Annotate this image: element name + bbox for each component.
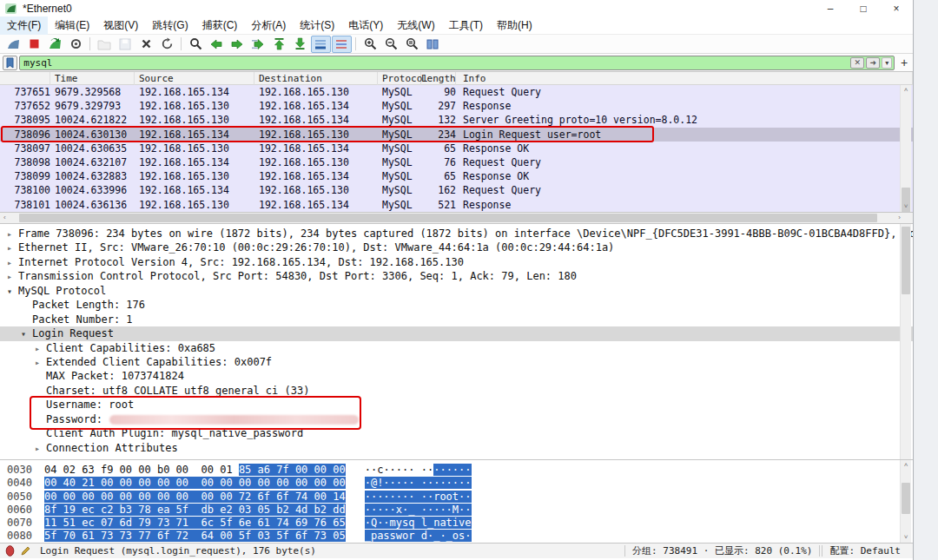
collapse-icon[interactable]: ▾ bbox=[21, 327, 32, 341]
scrollbar-thumb[interactable] bbox=[19, 214, 877, 222]
column-header-Info[interactable]: Info bbox=[456, 72, 913, 85]
detail-line[interactable]: ▾MySQL Protocol bbox=[0, 284, 913, 298]
close-button[interactable]: × bbox=[880, 0, 913, 17]
start-capture-button[interactable] bbox=[3, 36, 23, 53]
expand-icon[interactable]: ▸ bbox=[35, 342, 46, 356]
detail-scrollbar[interactable] bbox=[900, 224, 911, 459]
scroll-down-icon[interactable]: ˅ bbox=[901, 532, 911, 543]
scrollbar-thumb[interactable] bbox=[902, 227, 910, 294]
detail-line[interactable]: MAX Packet: 1073741824 bbox=[0, 369, 913, 383]
scrollbar-thumb[interactable] bbox=[902, 483, 910, 514]
scroll-up-icon[interactable]: ˄ bbox=[901, 85, 911, 96]
scroll-up-icon[interactable]: ˄ bbox=[901, 460, 911, 471]
find-packet-button[interactable] bbox=[186, 36, 206, 53]
go-last-button[interactable] bbox=[290, 36, 310, 53]
scroll-left-icon[interactable]: ‹ bbox=[3, 214, 6, 221]
filter-add-button[interactable]: + bbox=[898, 56, 910, 70]
expand-icon[interactable]: ▸ bbox=[35, 442, 46, 456]
filter-clear-icon[interactable]: ✕ bbox=[850, 57, 864, 69]
go-back-button[interactable] bbox=[207, 36, 227, 53]
horizontal-scrollbar[interactable]: ‹ › bbox=[0, 213, 913, 224]
detail-line[interactable]: ▸Extended Client Capabilities: 0x007f bbox=[0, 355, 913, 369]
stop-capture-button[interactable] bbox=[24, 36, 44, 53]
menu-item-2[interactable]: 视图(V) bbox=[96, 16, 145, 35]
filter-bookmark-button[interactable] bbox=[3, 56, 17, 70]
packet-row[interactable]: 73809810024.632107192.168.165.134192.168… bbox=[0, 155, 913, 169]
detail-line[interactable]: ▸Client Capabilities: 0xa685 bbox=[0, 341, 913, 355]
packet-row[interactable]: 7376529679.329793192.168.165.130192.168.… bbox=[0, 99, 913, 113]
go-forward-button[interactable] bbox=[228, 36, 248, 53]
scroll-down-icon[interactable]: ˅ bbox=[901, 201, 911, 212]
detail-line[interactable]: Username: root bbox=[0, 398, 913, 412]
detail-line[interactable]: Password: bbox=[0, 412, 913, 426]
resize-columns-button[interactable] bbox=[423, 36, 443, 53]
colorize-button[interactable] bbox=[332, 36, 352, 53]
detail-line[interactable]: Client Auth Plugin: mysql_native_passwor… bbox=[0, 426, 913, 440]
hex-row[interactable]: 005000 00 00 00 00 00 00 00 00 00 72 6f … bbox=[0, 491, 913, 504]
hex-scrollbar[interactable]: ˄ ˅ bbox=[900, 460, 911, 543]
column-header-Time[interactable]: Time bbox=[50, 72, 135, 85]
scroll-right-icon[interactable]: › bbox=[898, 214, 901, 221]
zoom-in-button[interactable] bbox=[360, 36, 380, 53]
detail-line[interactable]: ▾Login Request bbox=[0, 326, 913, 340]
hex-row[interactable]: 003004 02 63 f9 00 00 b0 00 00 01 85 a6 … bbox=[0, 464, 913, 477]
expert-info-icon[interactable] bbox=[5, 545, 15, 557]
capture-comment-icon[interactable] bbox=[20, 545, 31, 557]
profile-label[interactable]: 配置: Default bbox=[829, 544, 901, 557]
menu-item-1[interactable]: 编辑(E) bbox=[48, 16, 96, 35]
reload-button[interactable] bbox=[157, 36, 177, 53]
filter-apply-icon[interactable]: ➜ bbox=[866, 57, 880, 69]
column-header-Length[interactable]: Length bbox=[421, 72, 456, 85]
hex-row[interactable]: 00608f 19 ec c2 b3 78 ea 5f db e2 03 05 … bbox=[0, 504, 913, 517]
go-to-packet-button[interactable] bbox=[248, 36, 268, 53]
packet-row[interactable]: 73809710024.630635192.168.165.130192.168… bbox=[0, 142, 913, 155]
display-filter-input[interactable] bbox=[20, 56, 850, 69]
expand-icon[interactable]: ▸ bbox=[7, 227, 18, 241]
detail-line[interactable]: ▸Connection Attributes bbox=[0, 441, 913, 455]
menu-item-6[interactable]: 统计(S) bbox=[293, 16, 341, 35]
hex-row[interactable]: 00805f 70 61 73 73 77 6f 72 64 00 5f 03 … bbox=[0, 530, 913, 543]
menu-item-10[interactable]: 帮助(H) bbox=[490, 16, 539, 35]
menu-item-3[interactable]: 跳转(G) bbox=[145, 16, 195, 35]
detail-line[interactable]: Charset: utf8 COLLATE utf8_general_ci (3… bbox=[0, 384, 913, 398]
menu-item-0[interactable]: 文件(F) bbox=[0, 16, 48, 35]
packet-row[interactable]: 73809610024.630130192.168.165.134192.168… bbox=[0, 128, 913, 142]
expand-icon[interactable]: ▸ bbox=[7, 270, 18, 284]
auto-scroll-button[interactable] bbox=[311, 36, 331, 53]
go-first-button[interactable] bbox=[269, 36, 289, 53]
hex-row[interactable]: 004000 40 21 00 00 00 00 00 00 00 00 00 … bbox=[0, 477, 913, 490]
expand-icon[interactable]: ▸ bbox=[7, 241, 18, 255]
packet-row[interactable]: 7376519679.329568192.168.165.134192.168.… bbox=[0, 85, 913, 99]
restart-capture-button[interactable] bbox=[45, 36, 65, 53]
hex-row[interactable]: 007011 51 ec 07 6d 79 73 71 6c 5f 6e 61 … bbox=[0, 517, 913, 530]
packet-row[interactable]: 73810110024.636136192.168.165.130192.168… bbox=[0, 198, 913, 212]
column-header-Source[interactable]: Source bbox=[135, 72, 254, 85]
menu-item-7[interactable]: 电话(Y) bbox=[341, 16, 390, 35]
minimize-button[interactable]: – bbox=[814, 0, 847, 17]
close-capture-button[interactable] bbox=[136, 36, 156, 53]
detail-line[interactable]: ▸Internet Protocol Version 4, Src: 192.1… bbox=[0, 255, 913, 269]
packet-row[interactable]: 73809510024.621822192.168.165.130192.168… bbox=[0, 113, 913, 127]
menu-item-8[interactable]: 无线(W) bbox=[390, 16, 441, 35]
detail-line[interactable]: ▸Ethernet II, Src: VMware_26:70:10 (00:0… bbox=[0, 240, 913, 254]
detail-line[interactable]: Packet Number: 1 bbox=[0, 313, 913, 326]
menu-item-4[interactable]: 捕获(C) bbox=[195, 16, 245, 35]
column-header-Destination[interactable]: Destination bbox=[254, 72, 378, 85]
column-header-Protocol[interactable]: Protocol bbox=[378, 72, 421, 85]
detail-line[interactable]: Packet Length: 176 bbox=[0, 298, 913, 312]
collapse-icon[interactable]: ▾ bbox=[7, 285, 18, 299]
detail-line[interactable]: ▸Transmission Control Protocol, Src Port… bbox=[0, 269, 913, 283]
menu-item-5[interactable]: 分析(A) bbox=[244, 16, 293, 35]
packet-list-scrollbar[interactable]: ˄ ˅ bbox=[900, 85, 911, 212]
detail-line[interactable]: ▸Frame 738096: 234 bytes on wire (1872 b… bbox=[0, 227, 913, 240]
packet-row[interactable]: 73810010024.633996192.168.165.134192.168… bbox=[0, 183, 913, 197]
zoom-reset-button[interactable] bbox=[402, 36, 422, 53]
menu-item-9[interactable]: 工具(T) bbox=[442, 16, 490, 35]
column-header-no[interactable] bbox=[0, 72, 50, 85]
zoom-out-button[interactable] bbox=[381, 36, 401, 53]
filter-dropdown-icon[interactable]: ▾ bbox=[882, 57, 892, 69]
packet-row[interactable]: 73809910024.632883192.168.165.130192.168… bbox=[0, 169, 913, 183]
expand-icon[interactable]: ▸ bbox=[7, 256, 18, 270]
expand-icon[interactable]: ▸ bbox=[35, 356, 46, 370]
maximize-button[interactable]: □ bbox=[847, 0, 880, 17]
